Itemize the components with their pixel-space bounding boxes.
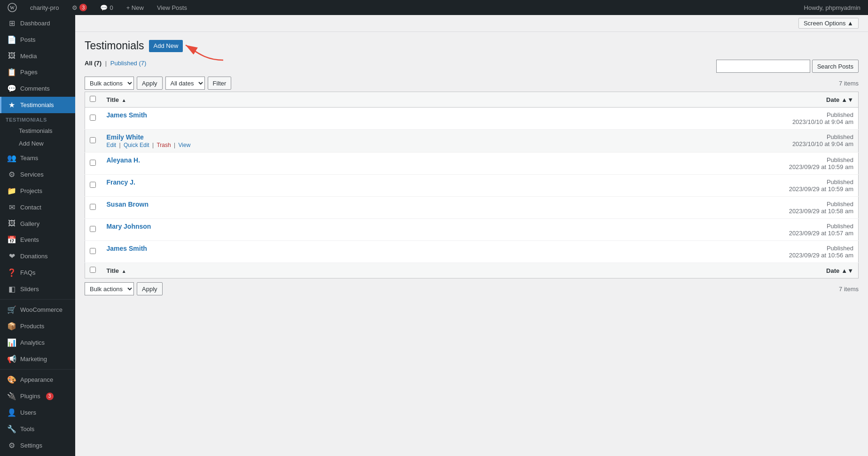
comments-icon: 💬 — [100, 4, 108, 11]
filter-button-top[interactable]: Filter — [208, 77, 232, 90]
sidebar-item-analytics[interactable]: 📊 Analytics — [0, 334, 75, 351]
row-title-link[interactable]: Mary Johnson — [107, 223, 760, 230]
comments-icon: 💬 — [7, 84, 16, 93]
sidebar-item-teams[interactable]: 👥 Teams — [0, 150, 75, 166]
row-checkbox[interactable] — [90, 182, 96, 188]
select-all-checkbox-bottom[interactable] — [90, 267, 96, 273]
row-checkbox[interactable] — [90, 115, 96, 121]
tablenav-right-bottom: 7 items — [839, 286, 859, 293]
filter-published-link[interactable]: Published (7) — [110, 60, 147, 67]
sidebar-item-projects[interactable]: 📁 Projects — [0, 183, 75, 199]
sidebar-item-label: Teams — [20, 155, 38, 162]
bulk-actions-select-bottom[interactable]: Bulk actions — [85, 282, 134, 295]
row-checkbox[interactable] — [90, 204, 96, 210]
row-checkbox[interactable] — [90, 226, 96, 232]
sidebar-item-products[interactable]: 📦 Products — [0, 318, 75, 334]
edit-link[interactable]: Edit — [107, 142, 117, 148]
sidebar-item-pages[interactable]: 📋 Pages — [0, 64, 75, 80]
apply-button-top[interactable]: Apply — [137, 77, 163, 90]
submenu-item-add-new[interactable]: Add New — [0, 137, 75, 150]
row-title-link[interactable]: Susan Brown — [107, 201, 760, 208]
wp-logo-item[interactable]: W — [4, 0, 21, 15]
search-posts-button[interactable]: Search Posts — [812, 60, 859, 73]
sidebar-item-woocommerce[interactable]: 🛒 WooCommerce — [0, 301, 75, 318]
new-content-item[interactable]: + New — [123, 0, 148, 15]
comments-item[interactable]: 💬 0 — [96, 0, 117, 15]
row-checkbox[interactable] — [90, 137, 96, 143]
sidebar-item-marketing[interactable]: 📢 Marketing — [0, 351, 75, 367]
sidebar-item-donations[interactable]: ❤ Donations — [0, 248, 75, 264]
sidebar-item-testimonials[interactable]: ★ Testimonials — [0, 97, 75, 113]
filter-all-link[interactable]: All (7) — [85, 60, 102, 67]
published-status: Published — [827, 111, 853, 118]
quick-edit-link[interactable]: Quick Edit — [124, 142, 149, 148]
filter-search-row: Search Posts All (7) | Published (7) — [85, 60, 859, 77]
events-icon: 📅 — [7, 235, 16, 244]
site-name-item[interactable]: charity-pro — [26, 0, 63, 15]
row-title-link[interactable]: James Smith — [107, 111, 760, 119]
col-header-title[interactable]: Title ▲ — [102, 92, 765, 108]
row-date-cell: Published 2023/09/29 at 10:59 am — [765, 175, 859, 197]
col-footer-date[interactable]: Date ▲▼ — [765, 263, 859, 278]
bulk-actions-select-top[interactable]: Bulk actions — [85, 77, 134, 90]
submenu-item-all-testimonials[interactable]: Testimonials — [0, 124, 75, 137]
sidebar-item-gallery[interactable]: 🖼 Gallery — [0, 216, 75, 232]
screen-options-button[interactable]: Screen Options ▲ — [798, 18, 859, 29]
tablenav-top: Bulk actions Apply All dates Filter 7 it… — [85, 77, 859, 90]
date-value: 2023/09/29 at 10:57 am — [789, 230, 853, 237]
row-checkbox-cell — [85, 175, 102, 197]
user-greeting: Howdy, phpmyadmin — [804, 4, 860, 11]
sidebar-item-services[interactable]: ⚙ Services — [0, 166, 75, 183]
col-header-checkbox — [85, 92, 102, 108]
sidebar-item-comments[interactable]: 💬 Comments — [0, 80, 75, 97]
updates-item[interactable]: ⚙ 3 — [68, 0, 91, 15]
sidebar-item-sliders[interactable]: ◧ Sliders — [0, 281, 75, 297]
sidebar-item-users[interactable]: 👤 Users — [0, 404, 75, 421]
sidebar-item-label: Testimonials — [20, 101, 54, 108]
row-title-link[interactable]: Francy J. — [107, 178, 760, 186]
col-header-date[interactable]: Date ▲▼ — [765, 92, 859, 108]
sidebar-item-label: Tools — [20, 425, 34, 433]
faqs-icon: ❓ — [7, 268, 16, 277]
search-input[interactable] — [716, 60, 810, 73]
view-posts-item[interactable]: View Posts — [153, 0, 191, 15]
sep: | — [117, 142, 122, 148]
title-sort-icon: ▲ — [122, 98, 126, 103]
woocommerce-icon: 🛒 — [7, 305, 16, 314]
sidebar-item-faqs[interactable]: ❓ FAQs — [0, 264, 75, 281]
sidebar-item-dashboard[interactable]: ⊞ Dashboard — [0, 15, 75, 31]
posts-table: Title ▲ Date ▲▼ — [85, 92, 859, 278]
plugins-icon: 🔌 — [7, 392, 16, 401]
sidebar-item-posts[interactable]: 📄 Posts — [0, 31, 75, 48]
sidebar-item-settings[interactable]: ⚙ Settings — [0, 437, 75, 454]
row-title-link[interactable]: Aleyana H. — [107, 156, 760, 164]
row-checkbox[interactable] — [90, 248, 96, 254]
table-row: Mary Johnson Edit | Quick Edit | Trash |… — [85, 219, 859, 241]
row-checkbox[interactable] — [90, 160, 96, 166]
dates-filter-select[interactable]: All dates — [165, 77, 205, 90]
date-value: 2023/09/29 at 10:58 am — [789, 208, 853, 215]
add-new-button[interactable]: Add New — [149, 40, 183, 52]
sidebar-item-tools[interactable]: 🔧 Tools — [0, 421, 75, 437]
row-title-cell: Aleyana H. Edit | Quick Edit | Trash | V… — [102, 153, 765, 175]
sidebar-item-contact[interactable]: ✉ Contact — [0, 199, 75, 216]
table-row: Emily White Edit | Quick Edit | Trash | … — [85, 130, 859, 153]
sidebar-item-events[interactable]: 📅 Events — [0, 232, 75, 248]
table-row: Aleyana H. Edit | Quick Edit | Trash | V… — [85, 153, 859, 175]
sidebar-item-plugins[interactable]: 🔌 Plugins 3 — [0, 388, 75, 404]
contact-icon: ✉ — [7, 203, 16, 212]
posts-icon: 📄 — [7, 35, 16, 44]
apply-button-bottom[interactable]: Apply — [137, 282, 163, 295]
sidebar-item-appearance[interactable]: 🎨 Appearance — [0, 371, 75, 388]
row-title-link[interactable]: Emily White — [107, 133, 760, 141]
row-checkbox-cell — [85, 108, 102, 130]
date-value: 2023/09/29 at 10:59 am — [789, 163, 853, 170]
select-all-checkbox-top[interactable] — [90, 96, 96, 102]
trash-link[interactable]: Trash — [156, 142, 171, 148]
view-link[interactable]: View — [179, 142, 191, 148]
sidebar-item-label: Products — [20, 323, 44, 330]
sidebar-item-label: Dashboard — [20, 20, 50, 27]
sidebar-item-media[interactable]: 🖼 Media — [0, 48, 75, 64]
col-footer-title[interactable]: Title ▲ — [102, 263, 765, 278]
row-title-link[interactable]: James Smith — [107, 245, 760, 252]
